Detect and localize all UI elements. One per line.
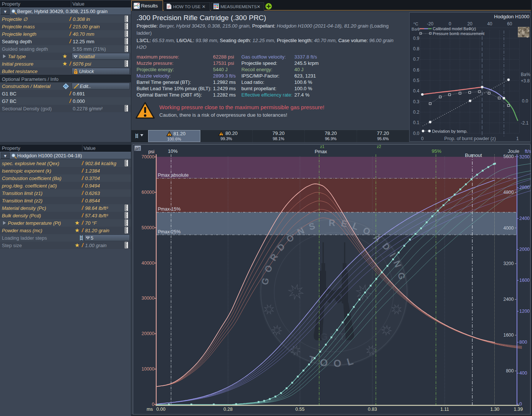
svg-text:2400: 2400 (519, 216, 530, 221)
svg-text:5600: 5600 (503, 154, 514, 159)
svg-text:1.30: 1.30 (490, 407, 499, 412)
svg-text:Deviation by temp.: Deviation by temp. (432, 129, 467, 133)
svg-text:z2: z2 (377, 144, 381, 149)
svg-text:10000: 10000 (141, 366, 154, 372)
svg-text:ms: ms (147, 407, 153, 412)
svg-text:0.7: 0.7 (413, 57, 419, 62)
svg-text:z1: z1 (320, 144, 325, 149)
svg-text:1600: 1600 (503, 333, 514, 338)
svg-text:Pmax-25%: Pmax-25% (158, 229, 181, 234)
svg-text:0.55: 0.55 (295, 407, 304, 412)
svg-text:-20: -20 (427, 21, 434, 26)
svg-text:800: 800 (519, 340, 527, 345)
svg-text:-2.1: -2.1 (521, 120, 529, 126)
svg-text:Pmax-15%: Pmax-15% (158, 207, 181, 212)
svg-text:1600: 1600 (519, 278, 530, 283)
svg-text:0.3: 0.3 (413, 99, 419, 104)
svg-text:20000: 20000 (141, 331, 154, 336)
svg-text:0.00: 0.00 (156, 407, 165, 412)
svg-text:ft/s: ft/s (525, 148, 532, 154)
svg-text:2000: 2000 (519, 247, 530, 252)
svg-text:20: 20 (467, 21, 473, 26)
svg-text:40: 40 (487, 21, 492, 26)
svg-text:30000: 30000 (141, 296, 154, 301)
svg-text:70000: 70000 (141, 154, 154, 160)
svg-text:800: 800 (506, 368, 514, 374)
svg-text:0: 0 (519, 401, 522, 407)
svg-text:1: 1 (516, 136, 519, 141)
svg-text:Burnout: Burnout (465, 152, 482, 158)
svg-text:50000: 50000 (141, 225, 154, 230)
svg-text:psi: psi (148, 149, 154, 154)
svg-text:Prop. of burnt powder (z): Prop. of burnt powder (z) (444, 136, 496, 141)
svg-text:0.5: 0.5 (413, 78, 419, 83)
svg-text:1.39: 1.39 (514, 407, 523, 412)
svg-text:0.1: 0.1 (413, 120, 419, 125)
svg-text:0.0: 0.0 (522, 98, 528, 104)
svg-text:0.8: 0.8 (413, 46, 419, 51)
svg-text:0: 0 (152, 402, 154, 407)
svg-text:+3.8: +3.8 (521, 78, 530, 83)
svg-text:0.83: 0.83 (368, 407, 377, 412)
svg-text:60: 60 (507, 21, 512, 26)
svg-text:0.4: 0.4 (413, 88, 419, 94)
svg-text:2400: 2400 (503, 297, 514, 302)
svg-text:1200: 1200 (519, 309, 530, 314)
svg-text:GRT: GRT (320, 331, 348, 342)
svg-text:4000: 4000 (503, 226, 514, 231)
svg-text:°C: °C (413, 22, 418, 26)
svg-text:0.28: 0.28 (223, 407, 232, 412)
svg-text:Pressure bomb measurement: Pressure bomb measurement (433, 31, 484, 36)
svg-text:10%: 10% (168, 148, 178, 154)
svg-text:400: 400 (519, 371, 527, 376)
svg-text:Calibrated model BaΦ(z): Calibrated model BaΦ(z) (433, 26, 476, 31)
svg-text:Hodgdon H1000: Hodgdon H1000 (494, 14, 529, 19)
svg-text:60000: 60000 (141, 190, 154, 195)
svg-text:1.11: 1.11 (440, 407, 449, 412)
svg-text:3200: 3200 (519, 154, 530, 160)
svg-text:Pmax: Pmax (314, 149, 327, 154)
svg-text:0.9: 0.9 (413, 36, 419, 41)
svg-text:Joule: Joule (508, 148, 519, 154)
svg-text:0: 0 (421, 136, 424, 141)
svg-text:0.0: 0.0 (413, 131, 419, 136)
svg-text:3200: 3200 (503, 261, 514, 266)
svg-text:Ba%: Ba% (521, 72, 531, 77)
svg-text:BaΦ: BaΦ (411, 27, 420, 31)
svg-text:40000: 40000 (141, 261, 154, 266)
svg-text:0.2: 0.2 (413, 110, 419, 115)
svg-text:2800: 2800 (519, 185, 530, 190)
svg-text:0.6: 0.6 (413, 67, 419, 73)
svg-text:Pmax absolute: Pmax absolute (158, 173, 189, 178)
svg-text:0: 0 (449, 21, 451, 26)
svg-text:4800: 4800 (503, 190, 514, 195)
svg-text:95%: 95% (432, 148, 441, 154)
